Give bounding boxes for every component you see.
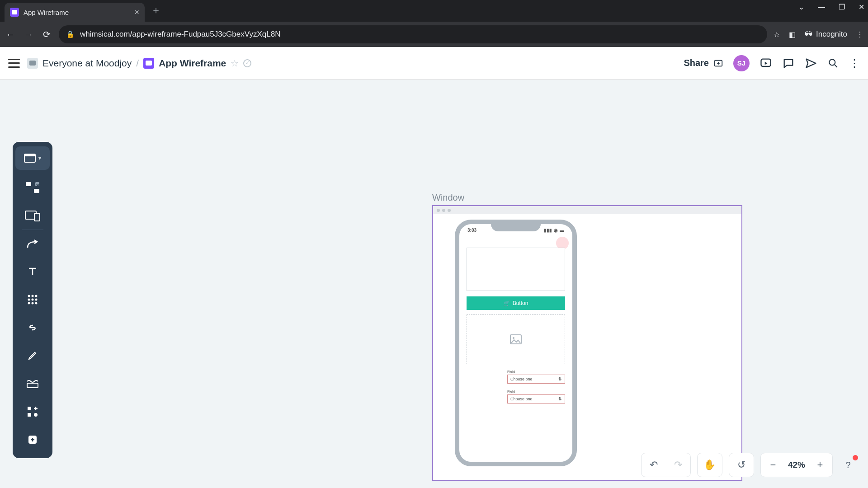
- lock-icon: 🔒: [66, 30, 75, 38]
- new-tab-button[interactable]: ＋: [151, 4, 161, 17]
- field-2: Field Choose one ⇅: [507, 389, 565, 404]
- address-bar: ← → ⟳ 🔒 whimsical.com/app-wireframe-Fudp…: [0, 22, 868, 47]
- pan-hand-button[interactable]: ✋: [698, 453, 722, 477]
- close-window-icon[interactable]: ✕: [859, 3, 864, 11]
- tab-title: App Wireframe: [24, 9, 69, 16]
- select-1[interactable]: Choose one ⇅: [507, 375, 565, 384]
- app-topbar: Everyone at Moodjoy / App Wireframe ☆ ✓ …: [0, 47, 868, 80]
- help-button[interactable]: ?: [839, 456, 857, 474]
- maximize-icon[interactable]: ❐: [839, 3, 845, 11]
- search-icon[interactable]: [827, 57, 839, 69]
- share-icon: [713, 58, 723, 68]
- canvas[interactable]: Window 3:03 ▮▮▮ ◉ ▬: [0, 80, 868, 488]
- approve-check-icon[interactable]: ✓: [243, 59, 251, 67]
- browser-menu-icon[interactable]: ⋮: [856, 30, 863, 39]
- wireframe-icon: [143, 58, 154, 69]
- content-box[interactable]: [467, 248, 565, 291]
- window-titlebar: [433, 206, 741, 214]
- battery-icon: ▬: [560, 228, 564, 233]
- comments-icon[interactable]: [782, 57, 795, 70]
- incognito-icon: 🕶: [805, 30, 812, 39]
- zoom-out-button[interactable]: −: [761, 453, 785, 477]
- reload-button[interactable]: ⟳: [41, 29, 52, 40]
- menu-button[interactable]: [8, 59, 20, 68]
- primary-button[interactable]: 🛒 Button: [467, 296, 565, 310]
- bottom-toolbar: ↶ ↷ ✋ ↺ − 42% + ?: [641, 453, 857, 477]
- wifi-icon: ◉: [554, 228, 558, 233]
- window-frame[interactable]: 3:03 ▮▮▮ ◉ ▬ 🛒 Button: [432, 205, 742, 481]
- select-value: Choose one: [510, 377, 533, 381]
- zoom-level[interactable]: 42%: [785, 460, 808, 470]
- select-value: Choose one: [510, 397, 533, 401]
- page-title[interactable]: App Wireframe: [159, 58, 226, 69]
- browser-tab-bar: App Wireframe × ＋ ⌄ ― ❐ ✕: [0, 0, 868, 22]
- minimize-icon[interactable]: ―: [818, 3, 825, 11]
- avatar[interactable]: SJ: [733, 55, 750, 71]
- url-text: whimsical.com/app-wireframe-Fudpau5J3cGb…: [80, 30, 280, 39]
- phone-time: 3:03: [467, 228, 476, 233]
- chevron-up-down-icon: ⇅: [558, 397, 562, 401]
- phone-frame[interactable]: 3:03 ▮▮▮ ◉ ▬ 🛒 Button: [455, 220, 577, 466]
- image-placeholder[interactable]: [467, 314, 565, 364]
- more-menu-icon[interactable]: ⋮: [849, 57, 860, 70]
- incognito-label: Incognito: [816, 30, 847, 39]
- present-icon[interactable]: [760, 57, 772, 70]
- extensions-icon[interactable]: ◧: [789, 30, 796, 39]
- send-icon[interactable]: [805, 57, 817, 70]
- select-2[interactable]: Choose one ⇅: [507, 394, 565, 404]
- back-button[interactable]: ←: [5, 29, 16, 40]
- history-button[interactable]: ↺: [729, 453, 754, 477]
- url-input[interactable]: 🔒 whimsical.com/app-wireframe-Fudpau5J3c…: [59, 25, 767, 43]
- frame-label[interactable]: Window: [432, 192, 464, 203]
- incognito-indicator[interactable]: 🕶 Incognito: [805, 30, 847, 39]
- button-label: Button: [513, 300, 528, 306]
- browser-tab[interactable]: App Wireframe ×: [5, 3, 145, 22]
- undo-button[interactable]: ↶: [642, 453, 666, 477]
- image-icon: [510, 334, 522, 344]
- share-button[interactable]: Share: [684, 58, 723, 68]
- field-1: Field Choose one ⇅: [507, 370, 565, 384]
- bookmark-star-icon[interactable]: ☆: [774, 30, 780, 39]
- chevron-up-down-icon: ⇅: [558, 377, 562, 381]
- breadcrumb-team[interactable]: Everyone at Moodjoy: [42, 58, 132, 69]
- window-controls: ⌄ ― ❐ ✕: [798, 3, 864, 11]
- close-tab-icon[interactable]: ×: [134, 8, 139, 17]
- breadcrumb-separator: /: [136, 58, 139, 69]
- phone-status-bar: 3:03 ▮▮▮ ◉ ▬: [459, 228, 572, 233]
- signal-icon: ▮▮▮: [544, 228, 552, 233]
- chevron-down-icon[interactable]: ⌄: [798, 3, 804, 11]
- zoom-in-button[interactable]: +: [808, 453, 832, 477]
- cart-icon: 🛒: [504, 300, 510, 306]
- share-label: Share: [684, 58, 709, 68]
- team-icon: [27, 58, 38, 69]
- favorite-star-icon[interactable]: ☆: [231, 58, 239, 69]
- field-label: Field: [507, 370, 565, 374]
- breadcrumb: Everyone at Moodjoy / App Wireframe ☆ ✓: [27, 58, 251, 69]
- svg-point-25: [513, 337, 514, 339]
- notification-dot: [853, 455, 858, 460]
- tab-favicon: [10, 8, 19, 17]
- field-label: Field: [507, 389, 565, 394]
- redo-button[interactable]: ↷: [666, 453, 690, 477]
- svg-point-2: [829, 59, 835, 65]
- forward-button[interactable]: →: [23, 29, 34, 40]
